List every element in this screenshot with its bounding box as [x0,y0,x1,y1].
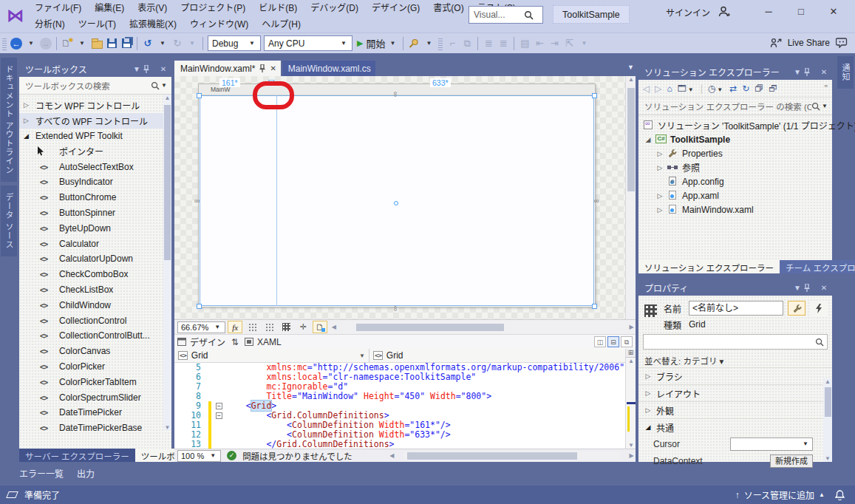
toolbox-item[interactable]: <> CollectionControl [19,313,171,328]
collapsed-expander-icon[interactable]: ▷ [644,389,652,397]
tree-item-app-xaml[interactable]: ▷ App.xaml [638,188,832,202]
tab-mainwindow-xaml-cs[interactable]: MainWindow.xaml.cs [282,61,375,76]
document-list-dropdown-icon[interactable]: ▼ [627,64,634,71]
sort-by-category-dropdown[interactable]: 並べ替え: カテゴリ ▾ [638,353,832,367]
open-file-button[interactable] [89,35,104,52]
increase-indent-button[interactable]: ≣ [496,35,511,52]
document-outline-tab[interactable]: ドキュメント アウトライン [1,58,17,182]
start-debug-button[interactable]: ▶開始▼ [354,35,400,52]
resize-handle[interactable] [197,93,202,98]
editor-vertical-scrollbar[interactable]: ⊞ ▲ ▼ [625,349,636,449]
tab-mainwindow-xaml[interactable]: MainWindow.xaml* ✕ [174,61,281,76]
toggle-bookmark-button[interactable]: ▤ [517,35,532,52]
pending-changes-filter-button[interactable]: ◷▼ [708,84,724,94]
menu-project[interactable]: プロジェクト(P) [174,0,252,16]
next-bookmark-button[interactable]: ⇥ [547,35,562,52]
notifications-bell-icon[interactable] [835,490,845,500]
window-position-dropdown-icon[interactable]: ▼ [791,284,804,292]
data-sources-tab[interactable]: データ ソース [1,185,17,256]
design-view-tab[interactable]: デザイン [177,336,225,348]
code-line[interactable]: 13 − </Grid.ColumnDefinitions> [174,440,625,449]
close-tab-icon[interactable]: ✕ [270,64,276,72]
vertical-split-button[interactable]: ◫ [594,336,606,347]
toolbox-item[interactable]: <> BusyIndicator [19,174,171,190]
expanded-expander-icon[interactable]: ◢ [644,423,652,431]
undo-button[interactable]: ↺ [140,35,155,52]
new-project-button[interactable]: 🗋✱ [60,35,75,52]
scrollbar-thumb[interactable] [825,387,831,417]
properties-header[interactable]: プロパティ ▼ ✕ [638,279,832,296]
scrollbar-thumb[interactable] [627,88,635,191]
scrollbar-thumb[interactable] [164,105,171,260]
toolbox-item[interactable]: <> CheckComboBox [19,267,171,282]
snaplines-button[interactable]: ✛ [296,321,310,333]
toolbox-scrollbar[interactable]: ▲ ▼ [163,95,171,431]
switch-views-button[interactable]: 🗔▼ [678,84,695,94]
minimize-button[interactable]: ─ [756,1,781,22]
navigate-backward-code-button[interactable]: ⌐ [445,35,460,52]
tree-item-mainwindow-xaml[interactable]: ▷ MainWindow.xaml [638,202,832,217]
snap-grid-button[interactable] [262,321,276,333]
toolbox-item[interactable]: <> ColorPicker [19,359,171,375]
resize-handle[interactable] [592,93,597,98]
collapsed-expander-icon[interactable]: ▷ [656,150,664,157]
column-chain-icon[interactable]: ∞ [392,92,400,97]
navigate-forward-code-button[interactable]: ⧉ [460,35,474,52]
live-share-button[interactable]: Live Share [788,38,830,48]
toolbox-item[interactable]: <> ButtonSpinner [19,205,171,221]
maximize-button[interactable]: □ [788,1,814,22]
menu-extensions[interactable]: 拡張機能(X) [123,16,183,33]
menu-format[interactable]: 書式(O) [426,0,470,16]
resize-handle[interactable] [197,304,202,309]
editor-splitter-grip[interactable]: ⊞ [626,349,636,358]
collapse-pane-button[interactable]: ⧉ [621,336,633,347]
menu-help[interactable]: ヘルプ(H) [255,16,307,33]
toolbox-item[interactable]: <> ColorCanvas [19,344,171,359]
toolbox-item[interactable]: <> CollectionControlButt... [19,328,171,344]
xaml-view-tab[interactable]: XAML [245,337,282,347]
close-panel-icon[interactable]: ✕ [817,68,831,76]
pin-icon[interactable] [804,68,817,76]
effects-toggle-button[interactable]: fx [228,321,242,333]
column2-width-label[interactable]: 633* [430,78,451,87]
new-datacontext-button[interactable]: 新規作成 [770,454,813,468]
show-grid-button[interactable] [245,321,259,333]
navigate-forward-button[interactable]: → [38,35,53,52]
xaml-code-editor[interactable]: 5 − xmlns:mc="http://schemas.openxmlform… [174,363,625,449]
close-panel-icon[interactable]: ✕ [157,65,170,73]
collapsed-expander-icon[interactable]: ▷ [24,101,31,109]
toolbox-item[interactable]: <> ColorSpectrumSlider [19,389,171,405]
designer-zoom-combo[interactable]: 66.67%▼ [177,321,225,333]
scroll-down-icon[interactable]: ▼ [626,442,636,449]
navigate-back-button[interactable]: ← [9,35,24,52]
collapsed-expander-icon[interactable]: ▷ [656,192,664,200]
pin-icon[interactable] [143,65,157,73]
save-button[interactable] [104,35,119,52]
scroll-up-icon[interactable]: ▲ [163,95,171,101]
user-account-icon[interactable] [718,6,731,18]
pin-icon[interactable] [804,284,817,292]
cursor-value-combo[interactable]: ▼ [730,437,813,451]
attach-process-button[interactable] [406,35,421,52]
editor-zoom-combo[interactable]: 100 %▼ [177,450,221,462]
signin-link[interactable]: サインイン [666,6,710,18]
scroll-right-icon[interactable]: ▶ [627,324,636,330]
clear-bookmarks-button[interactable]: ⇱ [562,35,576,52]
toolbox-item[interactable]: <> DateTimePicker [19,405,171,420]
breadcrumb-element-combo[interactable]: <> Grid ▼ [174,349,369,362]
toolbar-overflow-dropdown[interactable]: ▼ [421,35,436,52]
toolbox-item[interactable]: <> CheckListBox [19,282,171,298]
toolbox-item[interactable]: <> ChildWindow [19,297,171,313]
column1-width-label[interactable]: 161* [219,78,240,87]
back-button[interactable]: ◁ [643,84,650,94]
menu-analyze[interactable]: 分析(N) [28,16,72,33]
menu-build[interactable]: ビルド(B) [252,0,304,16]
horizontal-split-button[interactable]: ⊟ [607,336,619,347]
events-mode-button[interactable] [810,301,828,316]
collapsed-expander-icon[interactable]: ▷ [656,206,664,214]
properties-search-box[interactable] [643,334,828,350]
close-panel-icon[interactable]: ✕ [817,284,831,292]
search-options-dropdown-icon[interactable]: ▼ [160,82,168,89]
window-position-dropdown-icon[interactable]: ▼ [791,68,804,76]
toolbar-drag-grip[interactable] [2,37,7,50]
